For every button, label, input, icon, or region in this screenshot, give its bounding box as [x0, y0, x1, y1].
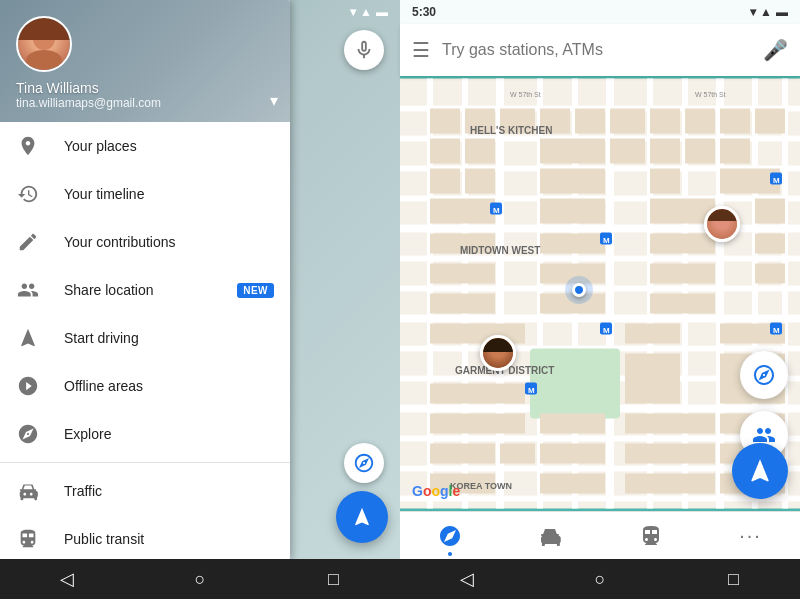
- menu-label-explore: Explore: [64, 426, 274, 442]
- svg-rect-38: [465, 139, 495, 164]
- location-dot: [565, 276, 593, 304]
- svg-rect-60: [755, 264, 785, 284]
- svg-text:W 57th St: W 57th St: [510, 91, 541, 98]
- svg-rect-75: [500, 444, 535, 464]
- tab-more[interactable]: ···: [723, 520, 778, 551]
- svg-rect-40: [610, 139, 645, 164]
- offline-icon: [16, 374, 40, 398]
- battery-icon: ▬: [376, 5, 388, 19]
- nav-recents-right[interactable]: □: [703, 559, 763, 599]
- google-logo: Google: [412, 483, 460, 499]
- svg-rect-36: [755, 109, 785, 134]
- svg-rect-32: [610, 109, 645, 134]
- menu-item-share-location[interactable]: Share location NEW: [0, 266, 290, 314]
- menu-item-offline-areas[interactable]: Offline areas: [0, 362, 290, 410]
- menu-label-offline-areas: Offline areas: [64, 378, 274, 394]
- navigate-fab-icon-right: [746, 457, 774, 485]
- svg-rect-71: [540, 414, 605, 434]
- user-name: Tina Williams: [16, 80, 274, 96]
- left-panel: 12:00 ▾ ▲ ▬ Tina Williams tina.williamap…: [0, 0, 400, 599]
- timeline-icon: [16, 182, 40, 206]
- wifi-icon: ▾: [350, 5, 356, 19]
- wifi-icon-right: ▾: [750, 5, 756, 19]
- drawer-menu: Your places Your timeline Your contribut…: [0, 122, 290, 560]
- compass-icon-left: [353, 452, 375, 474]
- svg-rect-37: [430, 139, 460, 164]
- menu-item-your-contributions[interactable]: Your contributions: [0, 218, 290, 266]
- menu-item-traffic[interactable]: Traffic: [0, 467, 290, 515]
- tab-explore[interactable]: [422, 520, 478, 552]
- nav-recents-left[interactable]: □: [303, 559, 363, 599]
- location-fab-icon-left: [351, 506, 373, 528]
- status-bar-right: 5:30 ▾ ▲ ▬: [400, 0, 800, 24]
- battery-icon-right: ▬: [776, 5, 788, 19]
- menu-item-start-driving[interactable]: Start driving: [0, 314, 290, 362]
- user-pin-2[interactable]: [480, 335, 516, 371]
- menu-label-traffic: Traffic: [64, 483, 274, 499]
- svg-rect-59: [650, 264, 715, 284]
- navigate-fab-right[interactable]: [732, 443, 788, 499]
- location-fab-left[interactable]: [336, 491, 388, 543]
- status-icons-left: ▾ ▲ ▬: [350, 5, 388, 19]
- drawer-header: Tina Williams tina.williamaps@gmail.com …: [0, 0, 290, 122]
- compass-button-left[interactable]: [344, 443, 384, 483]
- more-dots-icon: ···: [739, 524, 762, 547]
- menu-item-your-timeline[interactable]: Your timeline: [0, 170, 290, 218]
- avatar-hair: [18, 18, 70, 40]
- svg-rect-34: [685, 109, 715, 134]
- svg-rect-76: [540, 444, 605, 464]
- svg-rect-44: [430, 169, 460, 194]
- nav-home-right[interactable]: ○: [570, 559, 630, 599]
- svg-text:W 57th St: W 57th St: [695, 91, 726, 98]
- status-time-right: 5:30: [412, 5, 436, 19]
- menu-label-public-transit: Public transit: [64, 531, 274, 547]
- nav-home-left[interactable]: ○: [170, 559, 230, 599]
- svg-text:M: M: [603, 326, 610, 335]
- transit-tab-icon: [639, 524, 663, 548]
- mic-icon-left: [353, 39, 375, 61]
- tab-bar-right: ···: [400, 511, 800, 559]
- mic-button-left[interactable]: [344, 30, 384, 70]
- mic-button-right[interactable]: 🎤: [763, 38, 788, 62]
- svg-text:HELL'S KITCHEN: HELL'S KITCHEN: [470, 125, 552, 136]
- svg-rect-65: [625, 324, 680, 344]
- menu-label-share-location: Share location: [64, 282, 213, 298]
- svg-text:M: M: [773, 176, 780, 185]
- svg-rect-49: [430, 199, 495, 224]
- svg-rect-56: [755, 234, 785, 254]
- hamburger-menu-button[interactable]: ☰: [412, 38, 430, 62]
- menu-label-your-timeline: Your timeline: [64, 186, 274, 202]
- compass-button-right[interactable]: [740, 351, 788, 399]
- svg-rect-41: [650, 139, 680, 164]
- svg-text:M: M: [528, 386, 535, 395]
- svg-rect-39: [540, 139, 605, 164]
- nav-back-right[interactable]: ◁: [437, 559, 497, 599]
- menu-item-explore[interactable]: Explore: [0, 410, 290, 458]
- account-switch-button[interactable]: ▾: [270, 91, 278, 110]
- user-avatar: [16, 16, 72, 72]
- svg-rect-42: [685, 139, 715, 164]
- tab-driving[interactable]: [522, 520, 578, 552]
- svg-rect-70: [430, 414, 525, 434]
- svg-rect-77: [625, 444, 715, 464]
- svg-rect-72: [625, 414, 715, 434]
- svg-rect-81: [625, 474, 715, 494]
- svg-rect-52: [755, 199, 785, 224]
- svg-rect-80: [540, 474, 605, 494]
- search-input[interactable]: [442, 41, 751, 59]
- signal-icon-right: ▲: [760, 5, 772, 19]
- nav-back-left[interactable]: ◁: [37, 559, 97, 599]
- tab-transit[interactable]: [623, 520, 679, 552]
- svg-rect-31: [575, 109, 605, 134]
- map-svg: HELL'S KITCHEN MIDTOWN WEST GARMENT DIST…: [400, 76, 800, 511]
- svg-text:M: M: [493, 206, 500, 215]
- svg-rect-54: [540, 234, 605, 254]
- user-pin-1[interactable]: [704, 206, 740, 242]
- menu-item-public-transit[interactable]: Public transit: [0, 515, 290, 560]
- transit-icon: [16, 527, 40, 551]
- nav-bar-left: ◁ ○ □: [0, 559, 400, 599]
- menu-item-your-places[interactable]: Your places: [0, 122, 290, 170]
- nav-bar-right: ◁ ○ □: [400, 559, 800, 599]
- map-area-right[interactable]: HELL'S KITCHEN MIDTOWN WEST GARMENT DIST…: [400, 76, 800, 511]
- pin-icon: [16, 134, 40, 158]
